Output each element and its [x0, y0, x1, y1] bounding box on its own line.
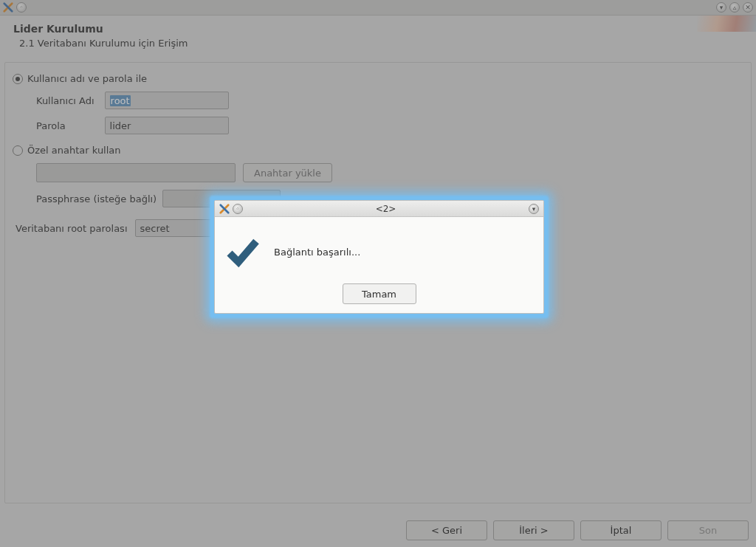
load-key-button[interactable]: Anahtar yükle [243, 163, 332, 182]
success-check-icon [225, 234, 261, 269]
close-icon[interactable]: ✕ [743, 2, 753, 13]
success-dialog: ◦ <2> ▾ Bağlantı başarılı... Tamam [214, 200, 544, 314]
back-button[interactable]: < Geri [406, 520, 487, 540]
radio-username-password[interactable]: Kullanıcı adı ve parola ile [13, 73, 743, 84]
titlebar-menu-icon[interactable]: ◦ [16, 2, 27, 13]
wizard-subtitle: 2.1 Veritabanı Kurulumu için Erişim [13, 38, 743, 49]
maximize-icon[interactable]: ▵ [729, 2, 740, 13]
password-value: lider [110, 120, 131, 131]
wizard-footer: < Geri İleri > İptal Son [0, 515, 756, 547]
next-button[interactable]: İleri > [493, 520, 574, 540]
radio-icon[interactable] [13, 74, 23, 84]
password-label: Parola [36, 120, 94, 131]
radio-private-key[interactable]: Özel anahtar kullan [13, 145, 743, 156]
radio-label: Kullanıcı adı ve parola ile [27, 73, 147, 84]
db-root-password-value: secret [140, 223, 170, 234]
db-root-password-label: Veritabanı root parolası [16, 223, 128, 234]
username-label: Kullanıcı Adı [36, 95, 94, 106]
main-window-titlebar: ◦ ▾ ▵ ✕ [0, 0, 756, 16]
cancel-button[interactable]: İptal [580, 520, 662, 540]
finish-button: Son [667, 520, 749, 540]
wizard-title: Lider Kurulumu [13, 23, 743, 35]
dialog-title: <2> [247, 204, 524, 214]
username-value: root [110, 95, 131, 106]
minimize-icon[interactable]: ▾ [716, 2, 726, 13]
dialog-app-icon [219, 204, 230, 214]
dialog-message: Bağlantı başarılı... [274, 247, 360, 258]
window-app-icon [3, 2, 13, 13]
radio-label: Özel anahtar kullan [27, 145, 121, 156]
radio-icon[interactable] [13, 145, 23, 156]
wizard-header: Lider Kurulumu 2.1 Veritabanı Kurulumu i… [0, 16, 756, 53]
password-field[interactable]: lider [105, 117, 229, 134]
keyfile-field[interactable] [36, 163, 236, 182]
dialog-menu-icon[interactable]: ◦ [233, 204, 243, 214]
wizard-banner-stripe [697, 16, 756, 32]
dialog-titlebar: ◦ <2> ▾ [215, 201, 543, 217]
ok-button[interactable]: Tamam [343, 283, 416, 304]
username-field[interactable]: root [105, 92, 229, 109]
passphrase-label: Passphrase (isteğe bağlı) [36, 193, 157, 204]
dialog-collapse-icon[interactable]: ▾ [529, 204, 539, 214]
